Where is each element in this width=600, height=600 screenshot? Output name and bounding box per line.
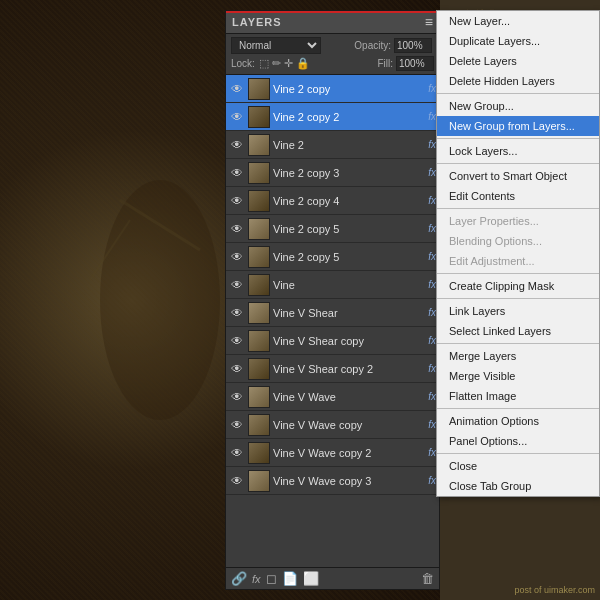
layer-name-label: Vine 2 copy 4 xyxy=(273,195,426,207)
layer-item[interactable]: 👁Vine 2 copy 5fx xyxy=(226,243,439,271)
lock-all-icon[interactable]: 🔒 xyxy=(296,57,310,70)
blend-mode-select[interactable]: Normal Multiply Screen xyxy=(231,37,321,54)
layer-visibility-icon[interactable]: 👁 xyxy=(229,474,245,488)
menu-item-animation-options[interactable]: Animation Options xyxy=(437,411,599,431)
menu-item-edit-adjustment: Edit Adjustment... xyxy=(437,251,599,271)
layer-item[interactable]: 👁Vine V Wave copyfx xyxy=(226,411,439,439)
opacity-label: Opacity: xyxy=(354,40,391,51)
delete-layer-icon[interactable]: 🗑 xyxy=(421,571,434,586)
layer-fx-badge: fx xyxy=(428,111,436,122)
layer-visibility-icon[interactable]: 👁 xyxy=(229,278,245,292)
menu-item-merge-layers[interactable]: Merge Layers xyxy=(437,346,599,366)
layer-fx-badge: fx xyxy=(428,335,436,346)
layer-visibility-icon[interactable]: 👁 xyxy=(229,362,245,376)
menu-separator xyxy=(437,208,599,209)
post-tag: post of uimaker.com xyxy=(514,585,595,595)
menu-item-close[interactable]: Close xyxy=(437,456,599,476)
layer-visibility-icon[interactable]: 👁 xyxy=(229,418,245,432)
menu-item-merge-visible[interactable]: Merge Visible xyxy=(437,366,599,386)
fill-label: Fill: xyxy=(377,58,393,69)
menu-item-new-layer[interactable]: New Layer... xyxy=(437,11,599,31)
layer-fx-badge: fx xyxy=(428,223,436,234)
context-menu: New Layer...Duplicate Layers...Delete La… xyxy=(436,10,600,497)
layer-item[interactable]: 👁Vine V Shear copyfx xyxy=(226,327,439,355)
lock-paint-icon[interactable]: ✏ xyxy=(272,57,281,70)
menu-item-create-clipping-mask[interactable]: Create Clipping Mask xyxy=(437,276,599,296)
menu-item-flatten-image[interactable]: Flatten Image xyxy=(437,386,599,406)
layer-visibility-icon[interactable]: 👁 xyxy=(229,390,245,404)
layer-item[interactable]: 👁Vine 2 copy 5fx xyxy=(226,215,439,243)
layer-thumbnail xyxy=(248,274,270,296)
layer-thumbnail xyxy=(248,358,270,380)
layer-fx-badge: fx xyxy=(428,391,436,402)
menu-item-delete-hidden-layers[interactable]: Delete Hidden Layers xyxy=(437,71,599,91)
layer-item[interactable]: 👁Vine V Shear copy 2fx xyxy=(226,355,439,383)
layers-panel-title: LAYERS xyxy=(232,16,282,28)
layer-visibility-icon[interactable]: 👁 xyxy=(229,250,245,264)
layer-fx-badge: fx xyxy=(428,139,436,150)
layer-name-label: Vine V Shear copy xyxy=(273,335,426,347)
layer-item[interactable]: 👁Vine 2 copy 2fx xyxy=(226,103,439,131)
layers-list[interactable]: 👁Vine 2 copyfx👁Vine 2 copy 2fx👁Vine 2fx👁… xyxy=(226,75,439,567)
opacity-input[interactable] xyxy=(394,38,432,53)
layer-item[interactable]: 👁Vine V Wave copy 3fx xyxy=(226,467,439,495)
menu-item-lock-layers[interactable]: Lock Layers... xyxy=(437,141,599,161)
layer-item[interactable]: 👁Vine V Wave copy 2fx xyxy=(226,439,439,467)
fx-icon[interactable]: fx xyxy=(252,573,261,585)
layer-item[interactable]: 👁Vinefx xyxy=(226,271,439,299)
layer-item[interactable]: 👁Vine 2fx xyxy=(226,131,439,159)
layer-item[interactable]: 👁Vine V Shearfx xyxy=(226,299,439,327)
lock-move-icon[interactable]: ✛ xyxy=(284,57,293,70)
layer-item[interactable]: 👁Vine 2 copy 4fx xyxy=(226,187,439,215)
layers-menu-button[interactable]: ≡ xyxy=(425,15,433,29)
layers-panel: LAYERS ≡ Normal Multiply Screen Opacity:… xyxy=(225,10,440,590)
layer-thumbnail xyxy=(248,134,270,156)
menu-item-blending-options: Blending Options... xyxy=(437,231,599,251)
menu-item-convert-smart-object[interactable]: Convert to Smart Object xyxy=(437,166,599,186)
layer-visibility-icon[interactable]: 👁 xyxy=(229,334,245,348)
lock-position-icon[interactable]: ⬚ xyxy=(259,57,269,70)
mask-icon[interactable]: ⬜ xyxy=(303,571,319,586)
new-fill-adjustment-icon[interactable]: ◻ xyxy=(266,571,277,586)
layer-name-label: Vine V Wave xyxy=(273,391,426,403)
menu-item-new-group-from-layers[interactable]: New Group from Layers... xyxy=(437,116,599,136)
layer-visibility-icon[interactable]: 👁 xyxy=(229,82,245,96)
layer-fx-badge: fx xyxy=(428,167,436,178)
layer-item[interactable]: 👁Vine V Wavefx xyxy=(226,383,439,411)
layers-controls: Normal Multiply Screen Opacity: Lock: ⬚ … xyxy=(226,34,439,75)
fill-input[interactable] xyxy=(396,56,434,71)
menu-separator xyxy=(437,93,599,94)
layer-name-label: Vine V Wave copy 2 xyxy=(273,447,426,459)
menu-item-select-linked-layers[interactable]: Select Linked Layers xyxy=(437,321,599,341)
menu-item-new-group[interactable]: New Group... xyxy=(437,96,599,116)
layer-visibility-icon[interactable]: 👁 xyxy=(229,194,245,208)
layer-name-label: Vine 2 copy 3 xyxy=(273,167,426,179)
layer-fx-badge: fx xyxy=(428,419,436,430)
new-layer-icon[interactable]: 📄 xyxy=(282,571,298,586)
layer-visibility-icon[interactable]: 👁 xyxy=(229,222,245,236)
layers-bottom-toolbar: 🔗 fx ◻ 📄 ⬜ 🗑 xyxy=(226,567,439,589)
layer-visibility-icon[interactable]: 👁 xyxy=(229,166,245,180)
layer-visibility-icon[interactable]: 👁 xyxy=(229,306,245,320)
menu-item-panel-options[interactable]: Panel Options... xyxy=(437,431,599,451)
menu-item-link-layers[interactable]: Link Layers xyxy=(437,301,599,321)
layer-visibility-icon[interactable]: 👁 xyxy=(229,138,245,152)
layer-thumbnail xyxy=(248,414,270,436)
layer-thumbnail xyxy=(248,246,270,268)
menu-item-edit-contents[interactable]: Edit Contents xyxy=(437,186,599,206)
menu-item-delete-layers[interactable]: Delete Layers xyxy=(437,51,599,71)
menu-item-layer-properties: Layer Properties... xyxy=(437,211,599,231)
menu-item-duplicate-layers[interactable]: Duplicate Layers... xyxy=(437,31,599,51)
layer-fx-badge: fx xyxy=(428,279,436,290)
svg-point-0 xyxy=(100,180,220,420)
layers-row2: Lock: ⬚ ✏ ✛ 🔒 Fill: xyxy=(231,56,434,71)
layer-thumbnail xyxy=(248,218,270,240)
layer-item[interactable]: 👁Vine 2 copy 3fx xyxy=(226,159,439,187)
layer-visibility-icon[interactable]: 👁 xyxy=(229,446,245,460)
layer-name-label: Vine V Wave copy 3 xyxy=(273,475,426,487)
layer-item[interactable]: 👁Vine 2 copyfx xyxy=(226,75,439,103)
menu-item-close-tab-group[interactable]: Close Tab Group xyxy=(437,476,599,496)
layer-name-label: Vine V Wave copy xyxy=(273,419,426,431)
layer-visibility-icon[interactable]: 👁 xyxy=(229,110,245,124)
link-icon[interactable]: 🔗 xyxy=(231,571,247,586)
